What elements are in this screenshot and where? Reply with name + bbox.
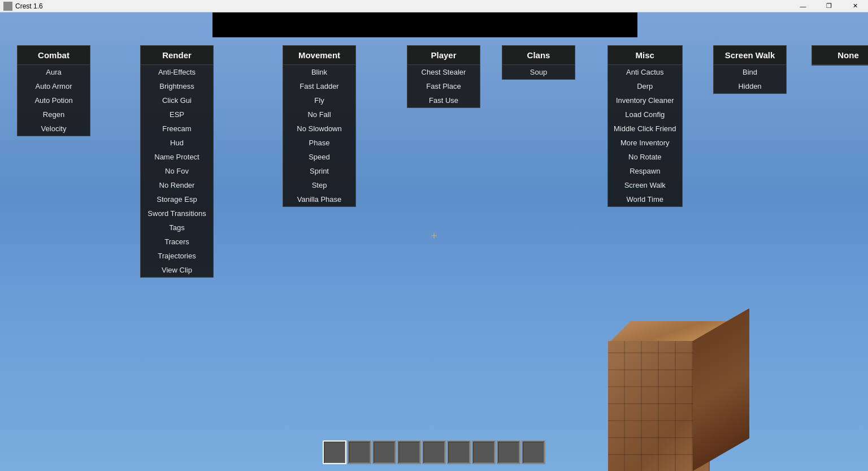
panel-player: Player Chest StealerFast PlaceFast Use: [407, 45, 480, 108]
panel-item[interactable]: World Time: [608, 192, 682, 206]
panel-item[interactable]: Regen: [18, 107, 90, 122]
crosshair: +: [431, 230, 437, 241]
panel-clans: Clans Soup: [502, 45, 575, 80]
panel-item[interactable]: Middle Click Friend: [608, 122, 682, 136]
panel-item[interactable]: Tracers: [141, 235, 213, 249]
hotbar-slot-3[interactable]: [372, 440, 396, 464]
window-controls: — ❐ ✕: [790, 0, 868, 12]
panel-movement: Movement BlinkFast LadderFlyNo FallNo Sl…: [283, 45, 356, 207]
panel-item[interactable]: Fast Use: [407, 93, 480, 107]
panel-item[interactable]: Derp: [608, 79, 682, 93]
panel-item[interactable]: Velocity: [18, 122, 90, 136]
hotbar-slot-7[interactable]: [472, 440, 496, 464]
panel-item[interactable]: ESP: [141, 107, 213, 122]
minimize-button[interactable]: —: [790, 0, 816, 12]
panel-item[interactable]: More Inventory: [608, 136, 682, 150]
panel-item[interactable]: Sword Transitions: [141, 206, 213, 221]
window-title: Crest 1.6: [0, 2, 43, 11]
panel-screenwalk: Screen Walk BindHidden: [713, 45, 787, 94]
panel-item[interactable]: Fly: [283, 93, 355, 107]
panel-item[interactable]: Vanilla Phase: [283, 192, 355, 206]
hotbar-slot-4[interactable]: [397, 440, 421, 464]
panel-combat: Combat AuraAuto ArmorAuto PotionRegenVel…: [17, 45, 90, 136]
panel-item[interactable]: No Slowdown: [283, 122, 355, 136]
window-bar: Crest 1.6 — ❐ ✕: [0, 0, 868, 12]
maximize-button[interactable]: ❐: [816, 0, 842, 12]
panel-item[interactable]: Anti Cactus: [608, 65, 682, 79]
panel-item[interactable]: Soup: [502, 65, 575, 79]
panel-item[interactable]: Freecam: [141, 122, 213, 136]
panel-item[interactable]: Speed: [283, 150, 355, 164]
panel-item[interactable]: No Fall: [283, 107, 355, 122]
panel-item[interactable]: No Rotate: [608, 150, 682, 164]
panel-combat-header: Combat: [18, 46, 90, 65]
hotbar: [323, 440, 545, 464]
panel-clans-header: Clans: [502, 46, 575, 65]
panel-player-header: Player: [407, 46, 480, 65]
hotbar-slot-6[interactable]: [447, 440, 471, 464]
panel-item[interactable]: Respawn: [608, 164, 682, 178]
panel-none-header[interactable]: None: [812, 46, 868, 65]
panel-misc: Misc Anti CactusDerpInventory CleanerLoa…: [607, 45, 683, 207]
panel-misc-header: Misc: [608, 46, 682, 65]
window-title-text: Crest 1.6: [15, 2, 43, 10]
panel-item[interactable]: Brightness: [141, 79, 213, 93]
top-menu-bar: [212, 12, 637, 37]
hotbar-slot-5[interactable]: [422, 440, 446, 464]
hotbar-slot-1[interactable]: [323, 440, 346, 464]
panel-item[interactable]: Storage Esp: [141, 192, 213, 206]
panel-item[interactable]: View Clip: [141, 263, 213, 277]
hotbar-slot-2[interactable]: [348, 440, 371, 464]
panel-item[interactable]: Auto Potion: [18, 93, 90, 107]
block-visual: [597, 290, 755, 471]
panel-item[interactable]: Anti-Effects: [141, 65, 213, 79]
panel-item[interactable]: Click Gui: [141, 93, 213, 107]
panel-item[interactable]: Fast Ladder: [283, 79, 355, 93]
close-button[interactable]: ✕: [842, 0, 868, 12]
panel-item[interactable]: Sprint: [283, 164, 355, 178]
panel-item[interactable]: Hud: [141, 136, 213, 150]
panel-item[interactable]: No Render: [141, 178, 213, 192]
panel-movement-header: Movement: [283, 46, 355, 65]
panel-item[interactable]: Fast Place: [407, 79, 480, 93]
hotbar-slot-8[interactable]: [497, 440, 520, 464]
panel-item[interactable]: Step: [283, 178, 355, 192]
panel-item[interactable]: Inventory Cleaner: [608, 93, 682, 107]
panel-item[interactable]: Phase: [283, 136, 355, 150]
panel-item[interactable]: Blink: [283, 65, 355, 79]
minecraft-block: [597, 290, 755, 471]
panel-item[interactable]: Chest Stealer: [407, 65, 480, 79]
panel-item[interactable]: Bind: [714, 65, 786, 79]
panel-item[interactable]: Screen Walk: [608, 178, 682, 192]
panel-screenwalk-header: Screen Walk: [714, 46, 786, 65]
panel-render: Render Anti-EffectsBrightnessClick GuiES…: [140, 45, 214, 278]
hotbar-slot-9[interactable]: [522, 440, 545, 464]
panel-none: None: [811, 45, 868, 66]
panel-item[interactable]: Trajectories: [141, 249, 213, 263]
panel-item[interactable]: Aura: [18, 65, 90, 79]
panel-render-header: Render: [141, 46, 213, 65]
panel-item[interactable]: Hidden: [714, 79, 786, 93]
panel-item[interactable]: No Fov: [141, 164, 213, 178]
panel-item[interactable]: Tags: [141, 221, 213, 235]
panel-item[interactable]: Load Config: [608, 107, 682, 122]
window-icon: [3, 2, 12, 11]
panel-item[interactable]: Auto Armor: [18, 79, 90, 93]
panel-item[interactable]: Name Protect: [141, 150, 213, 164]
